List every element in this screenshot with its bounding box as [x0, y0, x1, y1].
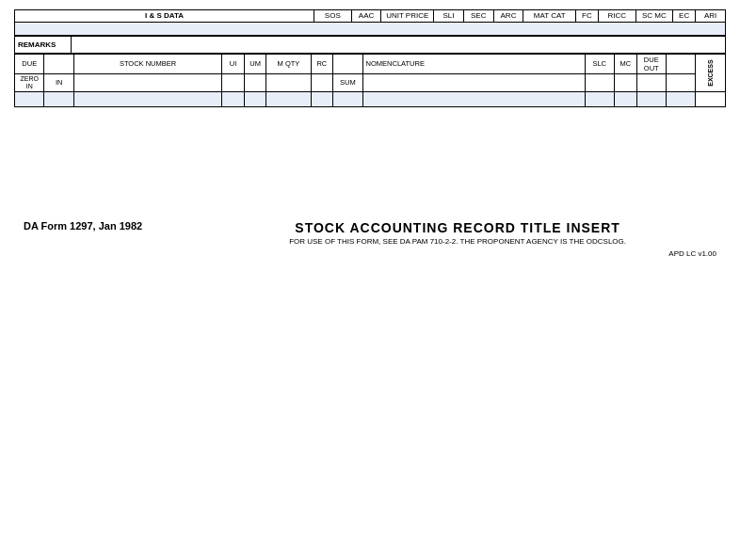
data-cell-9 — [362, 92, 585, 107]
header-ec: EC — [673, 10, 696, 23]
page: I & S DATA SOS AAC UNIT PRICE SLI SEC AR… — [0, 0, 740, 560]
col-rc-header: RC — [311, 54, 333, 73]
col-due-header: DUE — [15, 54, 44, 73]
header-mat-cat: MAT CAT — [523, 10, 576, 23]
col-due-out-header: DUE OUT — [636, 54, 666, 73]
data-cell-10 — [585, 92, 614, 107]
header-ricc: RICC — [598, 10, 635, 23]
form-id: DA Form 1297, Jan 1982 — [24, 220, 142, 232]
col-mc-header: MC — [614, 54, 636, 73]
sum-label: SUM — [333, 73, 362, 92]
apd-version: APD LC v1.00 — [199, 249, 716, 258]
col-stock-number-header: STOCK NUMBER — [73, 54, 221, 73]
header-aac: AAC — [351, 10, 381, 23]
data-cell-14 — [696, 92, 726, 107]
header-table: I & S DATA SOS AAC UNIT PRICE SLI SEC AR… — [14, 9, 726, 36]
header-sc-mc: SC MC — [635, 10, 673, 23]
data-cell-8 — [333, 92, 362, 107]
remarks-value — [72, 36, 726, 53]
form-title: STOCK ACCOUNTING RECORD TITLE INSERT — [199, 220, 716, 235]
header-unit-price: UNIT PRICE — [381, 10, 434, 23]
data-cell-12 — [636, 92, 666, 107]
col-um-header: UM — [244, 54, 266, 73]
data-cell-6 — [266, 92, 311, 107]
col-nomenclature-header: NOMENCLATURE — [362, 54, 585, 73]
footer: DA Form 1297, Jan 1982 STOCK ACCOUNTING … — [14, 220, 726, 258]
data-cell-13 — [666, 92, 695, 107]
col-slc-header: SLC — [585, 54, 614, 73]
col-excess-header: EXCESS — [696, 54, 726, 92]
data-cell-11 — [614, 92, 636, 107]
header-fc: FC — [575, 10, 598, 23]
title-block: STOCK ACCOUNTING RECORD TITLE INSERT FOR… — [199, 220, 716, 258]
header-sli: SLI — [434, 10, 464, 23]
col-ui-header: UI — [222, 54, 245, 73]
main-data-table: DUE STOCK NUMBER UI UM M QTY RC NOMENCLA… — [14, 54, 726, 108]
zero-in-label: ZEROIN — [15, 73, 44, 92]
col-m-qty-header: M QTY — [266, 54, 311, 73]
remarks-label: REMARKS — [15, 36, 72, 53]
header-ari: ARI — [696, 10, 726, 23]
header-is-data: I & S DATA — [15, 10, 314, 23]
due-in-label: IN — [44, 73, 73, 92]
header-arc: ARC — [493, 10, 523, 23]
data-cell-3 — [73, 92, 221, 107]
data-cell-5 — [244, 92, 266, 107]
header-sos: SOS — [314, 10, 351, 23]
data-cell-2 — [44, 92, 73, 107]
form-subtitle: FOR USE OF THIS FORM, SEE DA PAM 710-2-2… — [199, 237, 716, 246]
remarks-table: REMARKS — [14, 36, 726, 54]
data-cell-4 — [222, 92, 245, 107]
data-cell-7 — [311, 92, 333, 107]
header-sec: SEC — [463, 10, 493, 23]
data-cell-1 — [15, 92, 44, 107]
